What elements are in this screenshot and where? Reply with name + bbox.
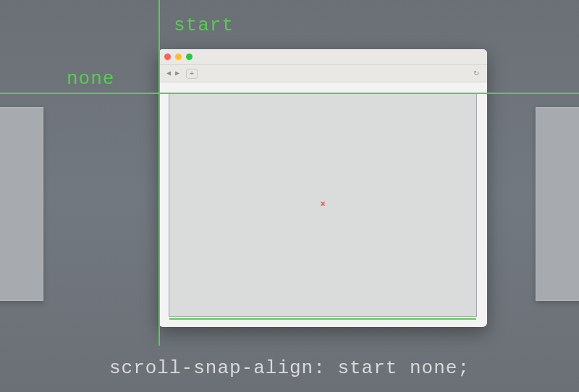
back-icon[interactable]: ◀ (164, 69, 173, 78)
viewport-bottom-line (169, 318, 476, 320)
label-block-axis-start: start (174, 14, 234, 36)
new-tab-button[interactable]: + (186, 69, 198, 79)
next-slide-peek (536, 107, 579, 301)
browser-viewport: × (169, 93, 477, 317)
browser-window: ◀ ▶ + ↻ × (159, 49, 487, 327)
nav-arrows-group: ◀ ▶ (164, 69, 182, 78)
browser-toolbar: ◀ ▶ + ↻ (159, 65, 487, 82)
css-property-caption: scroll-snap-align: start none; (0, 357, 579, 379)
center-marker-icon: × (320, 200, 325, 209)
minimize-icon[interactable] (175, 54, 182, 60)
forward-icon[interactable]: ▶ (173, 69, 182, 78)
browser-titlebar (159, 49, 487, 65)
maximize-icon[interactable] (186, 54, 193, 60)
label-inline-axis-none: none (67, 68, 114, 90)
reload-icon[interactable]: ↻ (471, 69, 481, 79)
prev-slide-peek (0, 107, 43, 301)
horizontal-snap-line (0, 93, 579, 94)
close-icon[interactable] (164, 54, 171, 60)
vertical-snap-line (159, 0, 160, 346)
